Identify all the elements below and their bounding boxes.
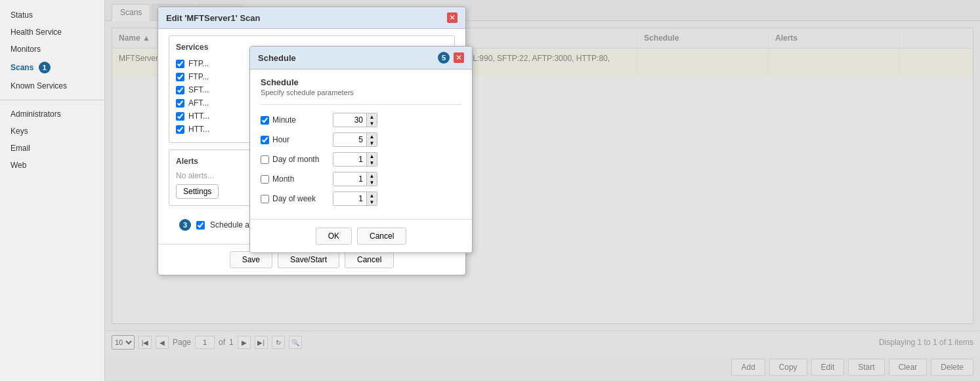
save-start-button[interactable]: Save/Start bbox=[278, 251, 339, 268]
edit-modal-title: Edit 'MFTServer1' Scan bbox=[166, 13, 260, 23]
sidebar-item-status[interactable]: Status bbox=[0, 7, 104, 24]
schedule-month-spinbox: ▲ ▼ bbox=[333, 172, 377, 186]
service-checkbox-5[interactable] bbox=[176, 112, 184, 121]
schedule-modal-close[interactable]: ✕ bbox=[454, 52, 464, 63]
cancel-edit-button[interactable]: Cancel bbox=[345, 251, 394, 268]
schedule-day-of-week-row: Day of week ▲ ▼ bbox=[261, 191, 461, 206]
schedule-day-of-month-label: Day of month bbox=[261, 155, 326, 164]
schedule-month-checkbox[interactable] bbox=[261, 175, 269, 184]
schedule-heading: Schedule bbox=[261, 77, 461, 87]
schedule-ok-button[interactable]: OK bbox=[316, 228, 352, 245]
dom-spin-up[interactable]: ▲ bbox=[366, 153, 377, 159]
sidebar-item-health-service[interactable]: Health Service bbox=[0, 24, 104, 41]
schedule-cancel-button[interactable]: Cancel bbox=[357, 228, 406, 245]
edit-modal-close[interactable]: ✕ bbox=[447, 12, 458, 23]
month-spin-up[interactable]: ▲ bbox=[366, 172, 377, 179]
sidebar-item-email[interactable]: Email bbox=[0, 140, 104, 157]
schedule-modal: Schedule 5 ✕ Schedule Specify schedule p… bbox=[249, 46, 473, 253]
schedule-minute-input[interactable] bbox=[333, 113, 366, 127]
service-label-6: HTT... bbox=[188, 125, 209, 134]
schedule-auto-run-checkbox[interactable] bbox=[196, 221, 205, 230]
sidebar-item-keys[interactable]: Keys bbox=[0, 123, 104, 140]
dow-spin-up[interactable]: ▲ bbox=[366, 192, 377, 199]
minute-spin-buttons: ▲ ▼ bbox=[366, 113, 377, 127]
sidebar: Status Health Service Monitors Scans 1 K… bbox=[0, 0, 105, 381]
sidebar-item-scans[interactable]: Scans 1 bbox=[0, 58, 104, 77]
month-spin-down[interactable]: ▼ bbox=[366, 179, 377, 186]
service-checkbox-6[interactable] bbox=[176, 125, 184, 134]
sidebar-item-known-services[interactable]: Known Services bbox=[0, 77, 104, 94]
alerts-settings-button[interactable]: Settings bbox=[176, 184, 219, 199]
sidebar-item-web[interactable]: Web bbox=[0, 157, 104, 174]
service-label-2: FTP... bbox=[188, 72, 209, 81]
service-checkbox-1[interactable] bbox=[176, 60, 184, 68]
hour-spin-down[interactable]: ▼ bbox=[366, 140, 377, 146]
schedule-day-of-month-row: Day of month ▲ ▼ bbox=[261, 152, 461, 167]
dow-spin-down[interactable]: ▼ bbox=[366, 199, 377, 205]
schedule-modal-body: Schedule Specify schedule parameters Min… bbox=[250, 70, 472, 219]
dom-spin-buttons: ▲ ▼ bbox=[366, 153, 377, 166]
schedule-month-input[interactable] bbox=[333, 172, 366, 186]
schedule-minute-label: Minute bbox=[261, 115, 326, 125]
hour-spin-buttons: ▲ ▼ bbox=[366, 133, 377, 146]
schedule-modal-footer: OK Cancel bbox=[250, 219, 472, 252]
service-label-3: SFT... bbox=[188, 85, 209, 94]
service-label-1: FTP... bbox=[188, 59, 209, 68]
service-checkbox-2[interactable] bbox=[176, 73, 184, 81]
sidebar-item-administrators[interactable]: Administrators bbox=[0, 106, 104, 123]
schedule-modal-header: Schedule 5 ✕ bbox=[250, 47, 472, 70]
schedule-hour-input[interactable] bbox=[333, 133, 366, 146]
service-checkbox-4[interactable] bbox=[176, 99, 184, 108]
schedule-day-of-week-input[interactable] bbox=[333, 192, 366, 205]
hour-spin-up[interactable]: ▲ bbox=[366, 133, 377, 140]
schedule-subheading: Specify schedule parameters bbox=[261, 89, 461, 96]
schedule-day-of-week-spinbox: ▲ ▼ bbox=[333, 191, 377, 206]
schedule-month-label: Month bbox=[261, 174, 326, 184]
service-label-4: AFT... bbox=[188, 98, 209, 108]
service-checkbox-3[interactable] bbox=[176, 86, 184, 94]
schedule-minute-row: Minute ▲ ▼ bbox=[261, 113, 461, 127]
schedule-hour-label: Hour bbox=[261, 135, 326, 144]
schedule-minute-checkbox[interactable] bbox=[261, 116, 269, 125]
minute-spin-down[interactable]: ▼ bbox=[366, 120, 377, 127]
scans-badge: 1 bbox=[39, 62, 51, 73]
schedule-hour-spinbox: ▲ ▼ bbox=[333, 132, 377, 147]
callout-badge-5: 5 bbox=[438, 52, 450, 64]
schedule-hour-row: Hour ▲ ▼ bbox=[261, 132, 461, 147]
schedule-day-of-month-checkbox[interactable] bbox=[261, 155, 269, 164]
schedule-minute-spinbox: ▲ ▼ bbox=[333, 113, 377, 127]
save-button[interactable]: Save bbox=[230, 251, 272, 268]
schedule-month-row: Month ▲ ▼ bbox=[261, 172, 461, 186]
dom-spin-down[interactable]: ▼ bbox=[366, 159, 377, 166]
dow-spin-buttons: ▲ ▼ bbox=[366, 192, 377, 205]
month-spin-buttons: ▲ ▼ bbox=[366, 172, 377, 186]
schedule-divider bbox=[261, 104, 461, 105]
schedule-day-of-week-label: Day of week bbox=[261, 194, 326, 203]
schedule-hour-checkbox[interactable] bbox=[261, 136, 269, 144]
callout-badge-3: 3 bbox=[179, 219, 191, 231]
main-content: Scans Results Settings Name ▲ Target Hos… bbox=[105, 0, 980, 381]
edit-modal-header: Edit 'MFTServer1' Scan ✕ bbox=[158, 7, 465, 29]
schedule-day-of-week-checkbox[interactable] bbox=[261, 195, 269, 203]
schedule-day-of-month-spinbox: ▲ ▼ bbox=[333, 152, 377, 167]
minute-spin-up[interactable]: ▲ bbox=[366, 113, 377, 120]
schedule-modal-title: Schedule bbox=[258, 53, 296, 63]
service-label-5: HTT... bbox=[188, 111, 209, 121]
sidebar-item-monitors[interactable]: Monitors bbox=[0, 41, 104, 58]
sidebar-divider bbox=[0, 100, 104, 100]
schedule-day-of-month-input[interactable] bbox=[333, 153, 366, 166]
